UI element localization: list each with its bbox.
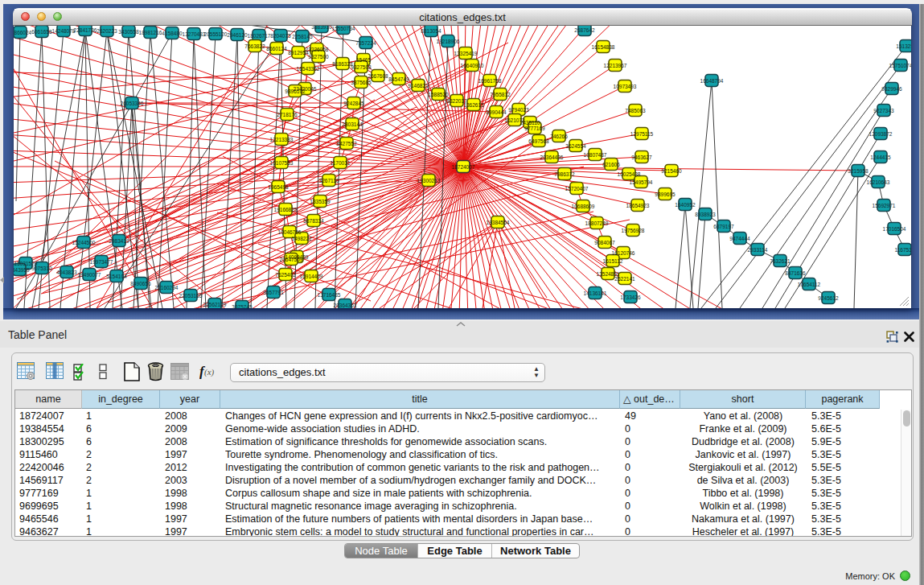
- svg-text:1335359: 1335359: [310, 199, 331, 204]
- svg-text:1167533: 1167533: [895, 247, 911, 253]
- svg-text:22053165: 22053165: [179, 293, 203, 299]
- svg-text:2946120: 2946120: [227, 32, 248, 38]
- svg-text:3875685: 3875685: [351, 80, 372, 85]
- svg-text:20364361: 20364361: [334, 303, 357, 308]
- svg-text:2522141: 2522141: [614, 276, 635, 282]
- svg-text:13716485: 13716485: [318, 292, 341, 298]
- svg-text:26053346: 26053346: [121, 101, 144, 106]
- svg-text:20647509: 20647509: [280, 257, 303, 262]
- svg-text:16914409: 16914409: [300, 274, 323, 279]
- svg-text:7632621: 7632621: [770, 258, 791, 264]
- svg-text:9794023: 9794023: [508, 107, 529, 113]
- svg-text:5154104: 5154104: [106, 274, 127, 279]
- svg-text:1513258: 1513258: [896, 43, 911, 49]
- svg-text:16961758: 16961758: [478, 78, 502, 84]
- svg-text:8471636: 8471636: [785, 270, 806, 276]
- svg-text:22841736: 22841736: [74, 27, 97, 33]
- svg-text:10688609: 10688609: [572, 204, 595, 209]
- svg-text:2620223: 2620223: [97, 28, 117, 34]
- svg-text:18807249: 18807249: [585, 220, 609, 226]
- svg-text:20364436: 20364436: [540, 154, 564, 160]
- svg-text:8204075: 8204075: [270, 33, 291, 39]
- svg-text:16640910: 16640910: [461, 63, 484, 68]
- svg-text:9777169: 9777169: [524, 126, 545, 131]
- svg-text:13325419: 13325419: [454, 51, 478, 56]
- svg-text:8427552: 8427552: [336, 141, 357, 146]
- svg-text:9215460: 9215460: [661, 168, 682, 174]
- svg-text:2803144: 2803144: [342, 122, 363, 127]
- svg-text:15550734: 15550734: [332, 26, 355, 31]
- svg-text:2933114: 2933114: [748, 247, 768, 253]
- svg-text:15465: 15465: [356, 57, 371, 63]
- svg-text:12975115: 12975115: [630, 131, 654, 137]
- svg-text:14248078: 14248078: [52, 28, 76, 34]
- svg-text:9899695: 9899695: [655, 192, 676, 197]
- svg-text:4158480: 4158480: [162, 31, 183, 36]
- svg-text:746266: 746266: [550, 134, 568, 139]
- svg-text:2718176: 2718176: [277, 112, 298, 117]
- svg-text:2687642: 2687642: [574, 27, 595, 33]
- svg-text:10107553: 10107553: [270, 160, 294, 166]
- svg-text:1615112: 1615112: [603, 258, 623, 264]
- svg-text:7663822: 7663822: [244, 43, 265, 49]
- svg-text:8454749: 8454749: [388, 76, 409, 82]
- svg-text:18981216: 18981216: [139, 30, 162, 35]
- svg-text:3343959: 3343959: [14, 267, 30, 273]
- svg-text:10046766: 10046766: [278, 229, 302, 235]
- svg-text:20555120: 20555120: [204, 31, 228, 37]
- svg-text:19300213: 19300213: [417, 178, 441, 183]
- svg-text:19490077: 19490077: [78, 272, 101, 278]
- svg-text:3883910: 3883910: [311, 26, 332, 30]
- svg-text:6061658: 6061658: [31, 29, 52, 35]
- svg-text:9227343: 9227343: [873, 108, 894, 113]
- svg-text:9474444: 9474444: [729, 236, 750, 241]
- svg-text:1170031: 1170031: [331, 160, 351, 166]
- svg-text:11866024: 11866024: [14, 30, 32, 35]
- svg-text:3215958: 3215958: [848, 168, 869, 174]
- svg-text:8813054: 8813054: [421, 28, 441, 34]
- svg-text:15751074: 15751074: [889, 63, 911, 68]
- svg-text:19218906: 19218906: [437, 39, 460, 44]
- svg-text:22160294: 22160294: [155, 285, 179, 290]
- svg-text:8490656: 8490656: [130, 281, 151, 286]
- svg-text:9075310: 9075310: [31, 266, 52, 271]
- svg-text:7625402: 7625402: [275, 272, 296, 278]
- svg-text:1498222: 1498222: [291, 236, 312, 241]
- svg-text:1244415: 1244415: [870, 154, 891, 160]
- svg-text:9327500: 9327500: [308, 54, 329, 60]
- svg-text:2983419: 2983419: [109, 238, 129, 244]
- svg-text:7485063: 7485063: [625, 108, 646, 113]
- svg-text:6497568: 6497568: [528, 138, 549, 144]
- svg-text:23226058: 23226058: [306, 47, 329, 52]
- svg-text:19166825: 19166825: [274, 207, 298, 212]
- svg-text:16210643: 16210643: [867, 179, 890, 185]
- svg-text:7955812: 7955812: [490, 92, 511, 97]
- svg-text:13270483: 13270483: [183, 31, 206, 37]
- svg-text:5878334: 5878334: [303, 218, 324, 224]
- svg-text:8660124: 8660124: [266, 46, 287, 51]
- svg-text:9896102: 9896102: [285, 89, 306, 94]
- svg-text:18654923: 18654923: [626, 203, 650, 208]
- svg-text:9327508: 9327508: [351, 64, 372, 70]
- svg-text:18724007: 18724007: [452, 164, 475, 170]
- svg-text:7357224: 7357224: [355, 40, 376, 46]
- svg-text:15692971: 15692971: [873, 203, 896, 208]
- svg-text:17016504: 17016504: [883, 226, 906, 232]
- svg-text:19973477: 19973477: [90, 259, 113, 265]
- svg-text:9245612: 9245612: [818, 295, 839, 301]
- svg-text:3267110: 3267110: [319, 178, 339, 183]
- svg-text:9657791: 9657791: [263, 290, 284, 295]
- svg-text:10025438: 10025438: [618, 171, 641, 177]
- svg-text:10654112: 10654112: [798, 282, 821, 287]
- svg-text:2435110: 2435110: [520, 120, 540, 126]
- svg-text:1588520: 1588520: [428, 92, 449, 97]
- svg-text:1733426: 1733426: [620, 295, 641, 300]
- svg-text:9329946: 9329946: [881, 86, 902, 92]
- svg-text:9463627: 9463627: [631, 154, 652, 160]
- svg-text:2258145: 2258145: [292, 34, 313, 39]
- svg-text:10807487: 10807487: [584, 152, 607, 158]
- svg-text:16543362: 16543362: [297, 66, 320, 72]
- svg-text:8938923: 8938923: [695, 212, 716, 217]
- svg-text:15495794: 15495794: [630, 179, 653, 185]
- svg-text:9146821: 9146821: [408, 83, 429, 89]
